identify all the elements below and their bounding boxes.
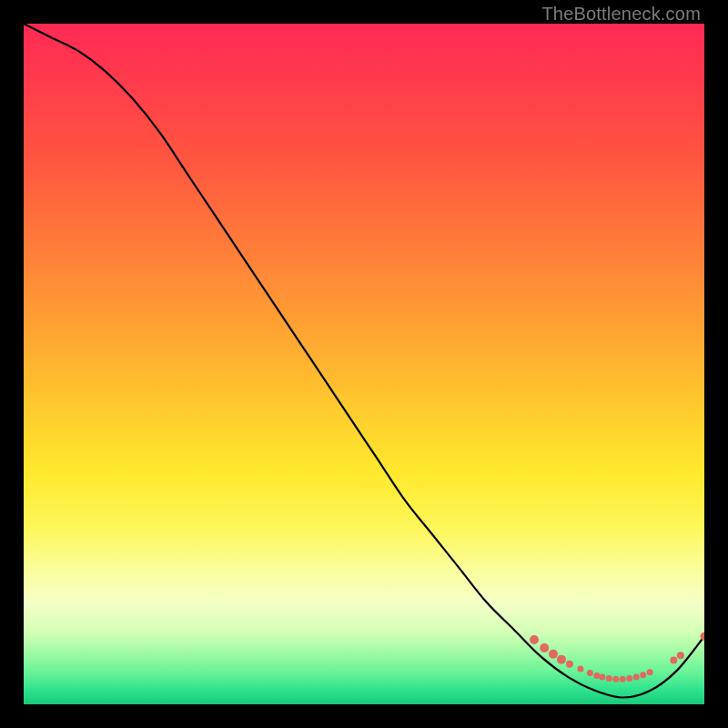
plot-area <box>24 24 704 704</box>
highlight-dot <box>606 675 612 682</box>
highlight-dot <box>612 676 619 682</box>
bottleneck-curve-path <box>24 24 704 698</box>
highlight-dot <box>566 661 573 668</box>
highlight-dots-group <box>530 632 704 682</box>
highlight-dot <box>633 674 640 681</box>
highlight-dot <box>677 652 684 659</box>
highlight-dot <box>640 672 646 678</box>
highlight-dot <box>670 656 677 663</box>
highlight-dot <box>557 655 566 664</box>
highlight-dot <box>599 674 605 681</box>
highlight-dot <box>620 676 626 682</box>
highlight-dot <box>647 669 653 675</box>
highlight-dot <box>540 643 549 652</box>
watermark-text: TheBottleneck.com <box>541 4 701 25</box>
highlight-dot <box>549 650 558 659</box>
chart-svg <box>24 24 704 704</box>
highlight-dot <box>593 672 600 679</box>
highlight-dot <box>626 675 632 682</box>
highlight-dot <box>530 635 539 644</box>
highlight-dot <box>701 632 705 641</box>
highlight-dot <box>587 670 593 676</box>
highlight-dot <box>577 666 583 672</box>
chart-frame: TheBottleneck.com <box>0 0 728 728</box>
